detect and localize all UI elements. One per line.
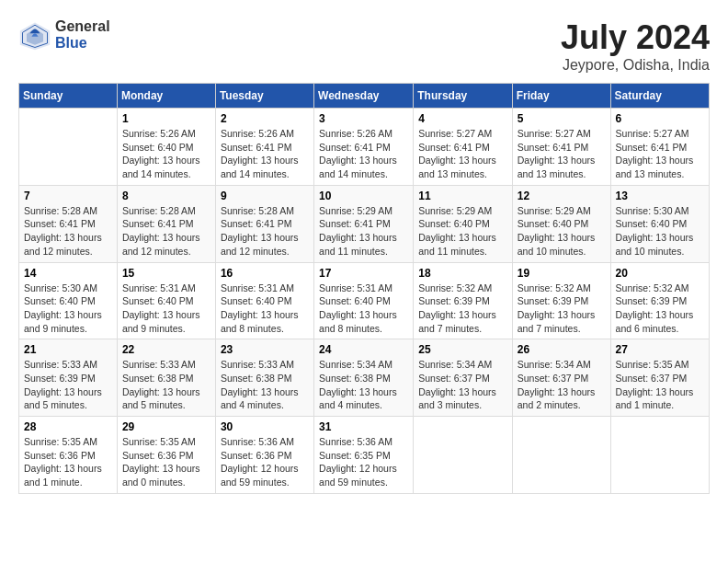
day-number: 29 [122, 420, 210, 433]
day-info: Sunrise: 5:31 AMSunset: 6:40 PMDaylight:… [221, 282, 309, 336]
day-info: Sunrise: 5:34 AMSunset: 6:38 PMDaylight:… [319, 358, 408, 412]
day-info: Sunrise: 5:34 AMSunset: 6:37 PMDaylight:… [518, 358, 606, 412]
day-number: 24 [319, 343, 408, 356]
calendar-cell: 1Sunrise: 5:26 AMSunset: 6:40 PMDaylight… [117, 109, 215, 186]
day-number: 5 [518, 112, 606, 125]
day-number: 25 [418, 343, 506, 356]
day-number: 8 [122, 190, 210, 202]
calendar-cell: 26Sunrise: 5:34 AMSunset: 6:37 PMDayligh… [512, 339, 610, 417]
day-info: Sunrise: 5:26 AMSunset: 6:41 PMDaylight:… [221, 127, 309, 181]
calendar-cell: 20Sunrise: 5:32 AMSunset: 6:39 PMDayligh… [610, 262, 709, 339]
calendar-cell [414, 417, 512, 494]
day-number: 31 [319, 420, 408, 433]
calendar-cell: 15Sunrise: 5:31 AMSunset: 6:40 PMDayligh… [117, 262, 215, 339]
day-info: Sunrise: 5:35 AMSunset: 6:36 PMDaylight:… [24, 435, 112, 489]
calendar-week-row: 14Sunrise: 5:30 AMSunset: 6:40 PMDayligh… [19, 262, 710, 339]
day-info: Sunrise: 5:36 AMSunset: 6:35 PMDaylight:… [319, 435, 408, 489]
day-number: 4 [418, 112, 506, 125]
calendar-cell: 31Sunrise: 5:36 AMSunset: 6:35 PMDayligh… [314, 417, 414, 494]
day-info: Sunrise: 5:29 AMSunset: 6:41 PMDaylight:… [319, 204, 408, 259]
calendar-cell: 18Sunrise: 5:32 AMSunset: 6:39 PMDayligh… [414, 262, 512, 339]
calendar-cell: 24Sunrise: 5:34 AMSunset: 6:38 PMDayligh… [314, 339, 414, 417]
day-info: Sunrise: 5:29 AMSunset: 6:40 PMDaylight:… [418, 204, 506, 259]
day-number: 3 [319, 112, 408, 125]
day-number: 1 [122, 112, 210, 125]
day-number: 21 [24, 343, 112, 356]
calendar-cell: 21Sunrise: 5:33 AMSunset: 6:39 PMDayligh… [19, 339, 118, 417]
calendar-cell: 23Sunrise: 5:33 AMSunset: 6:38 PMDayligh… [215, 339, 313, 417]
day-number: 20 [616, 267, 704, 280]
calendar-cell: 3Sunrise: 5:26 AMSunset: 6:41 PMDaylight… [314, 109, 414, 186]
day-number: 12 [518, 190, 606, 202]
calendar-cell [19, 109, 118, 186]
day-info: Sunrise: 5:27 AMSunset: 6:41 PMDaylight:… [616, 127, 704, 181]
day-info: Sunrise: 5:35 AMSunset: 6:37 PMDaylight:… [616, 358, 704, 412]
day-info: Sunrise: 5:33 AMSunset: 6:38 PMDaylight:… [221, 358, 309, 412]
calendar-cell: 7Sunrise: 5:28 AMSunset: 6:41 PMDaylight… [19, 185, 118, 262]
logo-text: General Blue [55, 18, 110, 52]
calendar-cell: 6Sunrise: 5:27 AMSunset: 6:41 PMDaylight… [610, 109, 709, 186]
day-info: Sunrise: 5:31 AMSunset: 6:40 PMDaylight:… [319, 282, 408, 336]
column-header-thursday: Thursday [414, 84, 512, 109]
day-info: Sunrise: 5:27 AMSunset: 6:41 PMDaylight:… [418, 127, 506, 181]
calendar-cell [512, 417, 610, 494]
day-number: 10 [319, 190, 408, 202]
title-block: July 2024 Jeypore, Odisha, India [561, 18, 710, 74]
day-number: 6 [616, 112, 704, 125]
calendar-cell: 9Sunrise: 5:28 AMSunset: 6:41 PMDaylight… [215, 185, 313, 262]
calendar-cell: 11Sunrise: 5:29 AMSunset: 6:40 PMDayligh… [414, 185, 512, 262]
calendar-week-row: 28Sunrise: 5:35 AMSunset: 6:36 PMDayligh… [19, 417, 710, 494]
day-number: 14 [24, 267, 112, 280]
logo: General Blue [18, 18, 110, 52]
calendar-cell: 8Sunrise: 5:28 AMSunset: 6:41 PMDaylight… [117, 185, 215, 262]
day-number: 13 [616, 190, 704, 202]
calendar-table: SundayMondayTuesdayWednesdayThursdayFrid… [18, 83, 710, 494]
day-info: Sunrise: 5:32 AMSunset: 6:39 PMDaylight:… [616, 282, 704, 336]
day-info: Sunrise: 5:36 AMSunset: 6:36 PMDaylight:… [221, 435, 309, 489]
day-info: Sunrise: 5:30 AMSunset: 6:40 PMDaylight:… [616, 204, 704, 259]
calendar-cell: 19Sunrise: 5:32 AMSunset: 6:39 PMDayligh… [512, 262, 610, 339]
calendar-cell: 2Sunrise: 5:26 AMSunset: 6:41 PMDaylight… [215, 109, 313, 186]
day-info: Sunrise: 5:26 AMSunset: 6:40 PMDaylight:… [122, 127, 210, 181]
day-number: 23 [221, 343, 309, 356]
calendar-cell: 28Sunrise: 5:35 AMSunset: 6:36 PMDayligh… [19, 417, 118, 494]
calendar-cell: 14Sunrise: 5:30 AMSunset: 6:40 PMDayligh… [19, 262, 118, 339]
calendar-cell: 27Sunrise: 5:35 AMSunset: 6:37 PMDayligh… [610, 339, 709, 417]
day-info: Sunrise: 5:28 AMSunset: 6:41 PMDaylight:… [122, 204, 210, 259]
column-header-saturday: Saturday [610, 84, 709, 109]
day-number: 7 [24, 190, 112, 202]
day-number: 30 [221, 420, 309, 433]
day-number: 15 [122, 267, 210, 280]
day-number: 2 [221, 112, 309, 125]
day-info: Sunrise: 5:31 AMSunset: 6:40 PMDaylight:… [122, 282, 210, 336]
day-number: 18 [418, 267, 506, 280]
day-info: Sunrise: 5:27 AMSunset: 6:41 PMDaylight:… [518, 127, 606, 181]
calendar-cell: 29Sunrise: 5:35 AMSunset: 6:36 PMDayligh… [117, 417, 215, 494]
day-number: 16 [221, 267, 309, 280]
calendar-cell: 13Sunrise: 5:30 AMSunset: 6:40 PMDayligh… [610, 185, 709, 262]
logo-general-text: General [55, 18, 110, 35]
calendar-cell: 22Sunrise: 5:33 AMSunset: 6:38 PMDayligh… [117, 339, 215, 417]
month-title: July 2024 [561, 18, 710, 57]
location: Jeypore, Odisha, India [561, 57, 710, 74]
day-info: Sunrise: 5:32 AMSunset: 6:39 PMDaylight:… [518, 282, 606, 336]
day-info: Sunrise: 5:33 AMSunset: 6:39 PMDaylight:… [24, 358, 112, 412]
day-info: Sunrise: 5:28 AMSunset: 6:41 PMDaylight:… [221, 204, 309, 259]
day-info: Sunrise: 5:34 AMSunset: 6:37 PMDaylight:… [418, 358, 506, 412]
day-info: Sunrise: 5:29 AMSunset: 6:40 PMDaylight:… [518, 204, 606, 259]
column-header-tuesday: Tuesday [215, 84, 313, 109]
calendar-cell: 30Sunrise: 5:36 AMSunset: 6:36 PMDayligh… [215, 417, 313, 494]
column-header-sunday: Sunday [19, 84, 118, 109]
calendar-cell: 10Sunrise: 5:29 AMSunset: 6:41 PMDayligh… [314, 185, 414, 262]
day-info: Sunrise: 5:28 AMSunset: 6:41 PMDaylight:… [24, 204, 112, 259]
day-number: 11 [418, 190, 506, 202]
day-info: Sunrise: 5:35 AMSunset: 6:36 PMDaylight:… [122, 435, 210, 489]
day-number: 9 [221, 190, 309, 202]
calendar-cell: 4Sunrise: 5:27 AMSunset: 6:41 PMDaylight… [414, 109, 512, 186]
logo-blue-text: Blue [55, 35, 110, 52]
calendar-cell: 25Sunrise: 5:34 AMSunset: 6:37 PMDayligh… [414, 339, 512, 417]
calendar-cell: 16Sunrise: 5:31 AMSunset: 6:40 PMDayligh… [215, 262, 313, 339]
day-info: Sunrise: 5:26 AMSunset: 6:41 PMDaylight:… [319, 127, 408, 181]
calendar-week-row: 1Sunrise: 5:26 AMSunset: 6:40 PMDaylight… [19, 109, 710, 186]
day-number: 28 [24, 420, 112, 433]
